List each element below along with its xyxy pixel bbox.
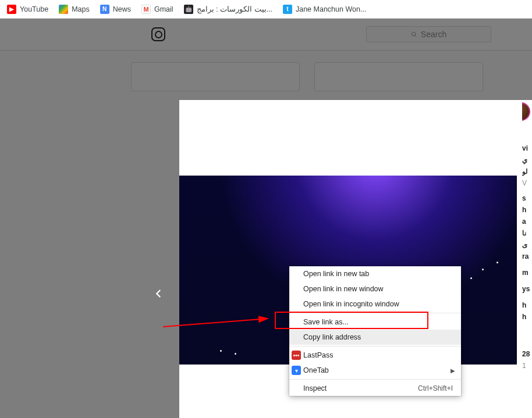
cm-item-label: Inspect (303, 384, 327, 392)
maps-icon (59, 5, 68, 14)
sidebar-text: 1 (522, 362, 532, 370)
cm-item-label: LastPass (303, 351, 333, 359)
sidebar-text: vi (522, 144, 532, 152)
sidebar-text: a (522, 217, 532, 226)
cm-shortcut: Ctrl+Shift+I (418, 384, 453, 392)
sidebar-text: V (522, 179, 532, 187)
cm-open-incognito[interactable]: Open link in incognito window (289, 296, 461, 312)
sidebar-text: h (522, 206, 532, 214)
gmail-icon: M (141, 5, 151, 14)
cm-lastpass[interactable]: ••• LastPass (289, 348, 461, 363)
bookmark-label: News (113, 5, 131, 13)
bookmark-news[interactable]: N News (100, 5, 131, 14)
post-sidebar: vi ي لو V s h a نا ى ra m ys h h 28 1 (522, 100, 532, 418)
sidebar-text: ي (522, 156, 532, 164)
bookmark-maps[interactable]: Maps (59, 5, 90, 14)
cm-open-new-tab[interactable]: Open link in new tab (289, 266, 461, 281)
cm-inspect[interactable]: Inspect Ctrl+Shift+I (289, 381, 461, 396)
divider (289, 346, 461, 346)
cm-item-label: Open link in new window (303, 285, 384, 293)
site-icon: 🤖 (184, 5, 193, 14)
bookmark-youtube[interactable]: ▶ YouTube (7, 5, 48, 14)
cm-item-label: OneTab (303, 366, 329, 374)
sidebar-text: ys (522, 285, 532, 293)
bookmarks-bar: ▶ YouTube Maps N News M Gmail 🤖 بيت الكو… (0, 0, 532, 19)
context-menu: Open link in new tab Open link in new wi… (289, 266, 461, 396)
cm-onetab[interactable]: ▾ OneTab ▶ (289, 363, 461, 378)
chevron-left-icon (154, 285, 164, 302)
onetab-icon: ▾ (292, 366, 301, 375)
sidebar-text: ى (522, 241, 532, 249)
cm-item-label: Open link in incognito window (303, 300, 399, 308)
bookmark-arabic[interactable]: 🤖 بيت الكورسات : برامج... (184, 5, 272, 14)
youtube-icon: ▶ (7, 5, 16, 14)
news-icon: N (100, 5, 109, 14)
sidebar-text: m (522, 269, 532, 277)
bookmark-gmail[interactable]: M Gmail (141, 5, 173, 14)
prev-post-button[interactable] (150, 285, 168, 302)
sidebar-text: h (522, 313, 532, 321)
divider (289, 313, 461, 313)
sidebar-text: 28 (522, 350, 532, 358)
cm-item-label: Open link in new tab (303, 270, 369, 278)
bookmark-label: Jane Manchun Won... (296, 5, 366, 13)
twitter-icon: t (283, 5, 292, 14)
sidebar-text: s (522, 194, 532, 202)
avatar[interactable] (522, 102, 530, 121)
sidebar-text: h (522, 301, 532, 309)
divider (289, 379, 461, 380)
chevron-right-icon: ▶ (451, 367, 455, 374)
cm-copy-link-address[interactable]: Copy link address (289, 330, 461, 345)
bookmark-label: YouTube (20, 5, 48, 13)
bookmark-twitter[interactable]: t Jane Manchun Won... (283, 5, 366, 14)
sidebar-text: ra (522, 252, 532, 260)
lastpass-icon: ••• (292, 351, 301, 360)
cm-item-label: Copy link address (303, 333, 361, 341)
sidebar-text: لو (522, 167, 532, 176)
cm-open-new-window[interactable]: Open link in new window (289, 281, 461, 296)
sidebar-text: نا (522, 229, 532, 237)
bookmark-label: Gmail (154, 5, 173, 13)
bookmark-label: بيت الكورسات : برامج... (197, 5, 272, 13)
bookmark-label: Maps (72, 5, 90, 13)
cm-item-label: Save link as... (303, 318, 349, 326)
cm-save-link-as[interactable]: Save link as... (289, 315, 461, 330)
